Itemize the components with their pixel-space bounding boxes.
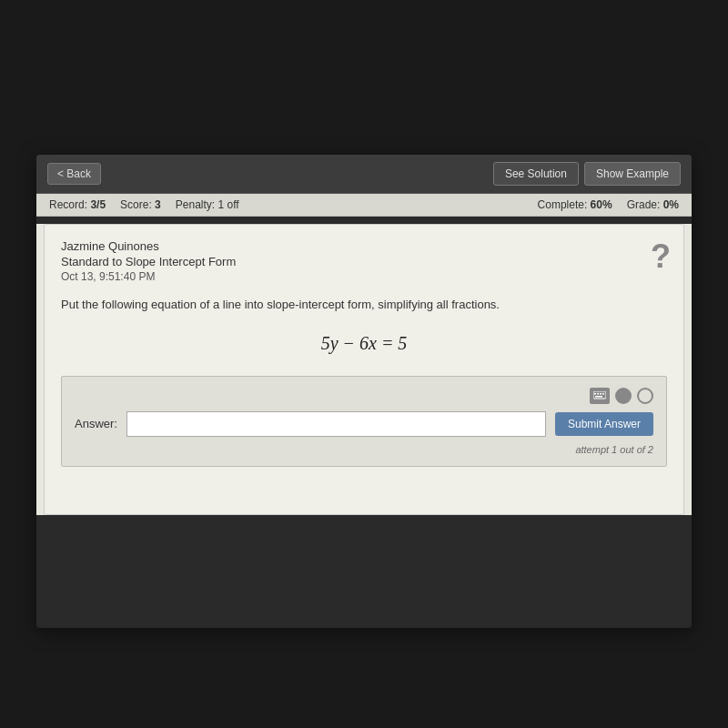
- svg-rect-5: [595, 396, 602, 398]
- stats-bar: Record: 3/5 Score: 3 Penalty: 1 off Comp…: [36, 194, 692, 217]
- back-button[interactable]: < Back: [47, 163, 101, 185]
- submit-button[interactable]: Submit Answer: [555, 412, 653, 436]
- redo-icon[interactable]: [637, 388, 653, 404]
- back-label: < Back: [57, 167, 91, 180]
- answer-row: Answer: Submit Answer: [75, 411, 653, 437]
- attempt-info: attempt 1 out of 2: [75, 444, 653, 455]
- main-content: Jazmine Quinones Standard to Slope Inter…: [36, 224, 692, 515]
- svg-rect-0: [593, 391, 606, 399]
- top-nav: < Back See Solution Show Example: [36, 155, 692, 194]
- stats-left: Record: 3/5 Score: 3 Penalty: 1 off: [49, 198, 239, 211]
- screen-container: < Back See Solution Show Example Record:…: [36, 155, 692, 628]
- answer-input[interactable]: [126, 411, 546, 437]
- equation-text: 5y − 6x = 5: [321, 333, 408, 353]
- answer-tools: [75, 388, 653, 404]
- svg-rect-1: [594, 393, 596, 395]
- penalty-stat: Penalty: 1 off: [176, 198, 239, 211]
- svg-rect-3: [600, 393, 602, 395]
- undo-icon[interactable]: [615, 388, 632, 404]
- stats-right: Complete: 60% Grade: 0%: [538, 198, 679, 211]
- complete-stat: Complete: 60%: [538, 198, 612, 211]
- record-stat: Record: 3/5: [49, 198, 106, 211]
- student-name: Jazmine Quinones: [61, 239, 667, 253]
- score-stat: Score: 3: [120, 198, 161, 211]
- keyboard-icon[interactable]: [590, 388, 610, 404]
- show-example-button[interactable]: Show Example: [584, 162, 681, 186]
- help-icon[interactable]: ?: [651, 238, 671, 276]
- answer-section: Answer: Submit Answer attempt 1 out of 2: [61, 376, 667, 467]
- answer-label: Answer:: [75, 417, 117, 430]
- equation-display: 5y − 6x = 5: [61, 333, 667, 354]
- question-prompt: Put the following equation of a line int…: [61, 296, 667, 315]
- question-card: Jazmine Quinones Standard to Slope Inter…: [44, 224, 684, 515]
- svg-rect-2: [597, 393, 599, 395]
- grade-stat: Grade: 0%: [627, 198, 679, 211]
- nav-right-buttons: See Solution Show Example: [493, 162, 681, 186]
- svg-rect-4: [602, 393, 604, 395]
- timestamp: Oct 13, 9:51:40 PM: [61, 270, 667, 283]
- topic-name: Standard to Slope Intercept Form: [61, 255, 667, 268]
- question-header: Jazmine Quinones Standard to Slope Inter…: [61, 239, 667, 283]
- see-solution-button[interactable]: See Solution: [493, 162, 579, 186]
